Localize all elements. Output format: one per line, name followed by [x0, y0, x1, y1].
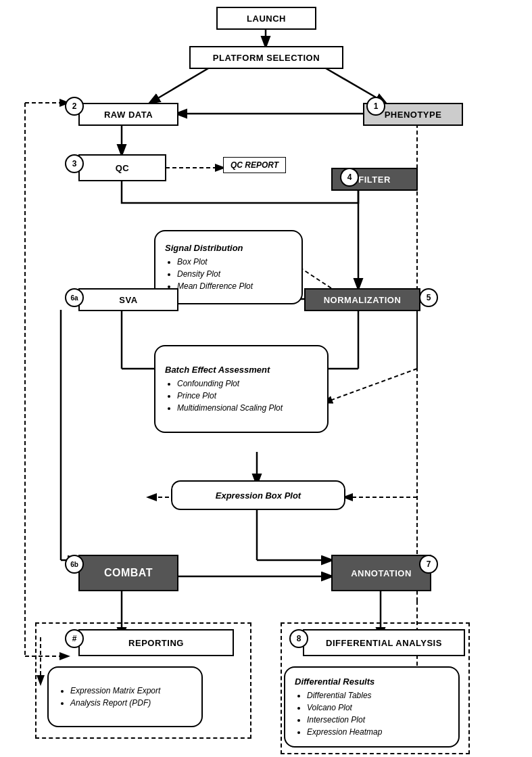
diff-item-3: Intersection Plot	[307, 714, 449, 726]
expression-box-plot-label: Expression Box Plot	[216, 490, 301, 501]
normalization-box: NORMALIZATION	[304, 288, 420, 311]
reporting-box: REPORTING	[78, 629, 234, 656]
combat-box: COMBAT	[78, 555, 178, 591]
diff-results-box: Differential Results Differential Tables…	[284, 666, 460, 748]
differential-analysis-box: DIFFERENTIAL ANALYSIS	[303, 629, 465, 656]
batch-effect-box: Batch Effect Assessment Confounding Plot…	[154, 345, 329, 433]
reporting-detail-box: Expression Matrix Export Analysis Report…	[47, 666, 203, 727]
diagram-container: LAUNCH PLATFORM SELECTION 2 RAW DATA 1 P…	[0, 0, 532, 757]
circle-4: 4	[340, 168, 359, 187]
reporting-item-1: Expression Matrix Export	[70, 685, 192, 697]
circle-1: 1	[366, 97, 385, 116]
diff-results-list: Differential Tables Volcano Plot Interse…	[295, 689, 449, 738]
signal-dist-list: Box Plot Density Plot Mean Difference Pl…	[165, 256, 292, 292]
platform-selection-box: PLATFORM SELECTION	[189, 46, 343, 69]
reporting-list: Expression Matrix Export Analysis Report…	[58, 685, 192, 709]
signal-dist-item-2: Density Plot	[177, 268, 292, 280]
circle-6b: 6b	[65, 555, 84, 574]
circle-6a: 6a	[65, 288, 84, 307]
diff-results-title: Differential Results	[295, 676, 449, 687]
signal-dist-title: Signal Distribution	[165, 243, 292, 253]
circle-7: 7	[419, 555, 438, 574]
qc-box: QC	[78, 154, 166, 181]
batch-item-3: Multidimensional Scaling Plot	[177, 402, 318, 414]
batch-item-1: Confounding Plot	[177, 377, 318, 390]
sva-box: SVA	[78, 288, 178, 311]
circle-hash: #	[65, 629, 84, 648]
diff-item-2: Volcano Plot	[307, 702, 449, 714]
svg-line-14	[324, 369, 417, 403]
svg-line-1	[150, 64, 216, 103]
diff-item-1: Differential Tables	[307, 689, 449, 702]
diff-item-4: Expression Heatmap	[307, 726, 449, 738]
annotation-box: ANNOTATION	[331, 555, 431, 591]
expression-box-plot-box: Expression Box Plot	[171, 480, 345, 510]
launch-box: LAUNCH	[216, 7, 316, 30]
batch-item-2: Prince Plot	[177, 390, 318, 402]
circle-2: 2	[65, 97, 84, 116]
circle-8: 8	[289, 629, 308, 648]
qc-report-box: QC REPORT	[223, 157, 286, 173]
batch-title: Batch Effect Assessment	[165, 365, 318, 375]
circle-3: 3	[65, 154, 84, 173]
raw-data-box: RAW DATA	[78, 103, 178, 126]
reporting-item-2: Analysis Report (PDF)	[70, 697, 192, 709]
batch-list: Confounding Plot Prince Plot Multidimens…	[165, 377, 318, 414]
circle-5: 5	[419, 288, 438, 307]
signal-dist-item-1: Box Plot	[177, 256, 292, 268]
signal-dist-item-3: Mean Difference Plot	[177, 280, 292, 292]
